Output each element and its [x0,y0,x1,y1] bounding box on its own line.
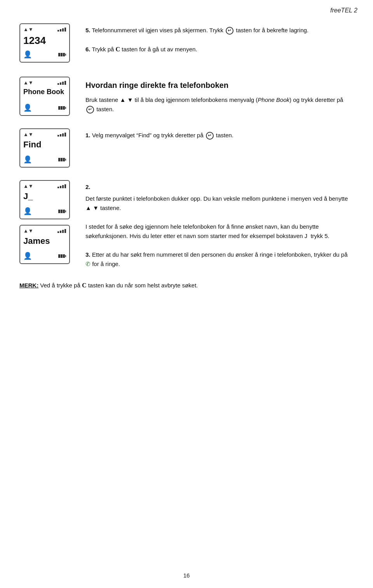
section2-text: Hvordan ringe direkte fra telefonboken B… [85,77,354,114]
battery-icon [58,53,66,56]
section-1: ▲▼ 1234 👤 5. Telefonnummeret vil igjen v [19,23,354,63]
section-find: ▲▼ Find 👤 1. Velg menyvalget “Find” og t [19,128,354,168]
person-icon: 👤 [23,50,32,59]
bell-icon-4: ▲▼ [23,183,33,189]
step2-para2: I stedet for å søke deg igjennom hele te… [85,222,354,241]
person-icon-2: 👤 [23,103,32,112]
page-number: 16 [183,572,190,579]
step3-text: 3. Etter at du har søkt frem nummeret ti… [85,250,354,269]
bell-icon-2: ▲▼ [23,80,33,86]
step5-text: 5. Telefonnummeret vil igjen vises på sk… [85,26,354,35]
battery-icon-5 [58,254,66,258]
mockup-display-text: 1234 [23,33,66,49]
ok-icon-2: ↵ [86,106,94,114]
phone-mockup-j: ▲▼ J_ 👤 [19,180,70,219]
ok-icon-3: ↵ [206,132,214,140]
section-james: ▲▼ J_ 👤 ▲▼ [19,180,354,269]
step2-para1: Det første punktet i telefonboken dukker… [85,194,354,213]
phone-stack-james: ▲▼ J_ 👤 ▲▼ [19,180,70,264]
signal-icon-5 [58,229,66,233]
ok-button-icon: ↵ [226,27,234,35]
battery-icon-4 [58,210,66,213]
signal-icon-4 [58,184,66,188]
mockup-james-text: James [23,234,66,250]
phone-mockup-find: ▲▼ Find 👤 [19,128,70,168]
merk-section: MERK: Ved å trykke på C tasten kan du nå… [19,280,354,290]
signal-icon [58,28,66,32]
person-icon-5: 👤 [23,252,32,260]
step2-label: 2. [85,182,354,192]
signal-icon-3 [58,133,66,136]
mockup-phonebook-text: Phone Book [23,86,66,102]
bell-icon-5: ▲▼ [23,228,33,234]
section2-heading: Hvordan ringe direkte fra telefonboken [85,79,354,91]
section1-text: 5. Telefonnummeret vil igjen vises på sk… [85,23,354,54]
mockup-find-text: Find [23,138,66,154]
phone-mockup-1234: ▲▼ 1234 👤 [19,23,70,63]
battery-icon-3 [58,158,66,161]
phone-mockup-james: ▲▼ James 👤 [19,225,70,264]
step6-text: 6. Trykk på C tasten for å gå ut av meny… [85,44,354,54]
bell-icon-3: ▲▼ [23,131,33,137]
mockup-j-text: J_ [23,190,66,205]
section4-text: 2. Det første punktet i telefonboken duk… [85,180,354,269]
battery-icon-2 [58,106,66,110]
bell-icon: ▲▼ [23,26,33,32]
person-icon-4: 👤 [23,207,32,215]
section2-description: Bruk tastene ▲ ▼ til å bla deg igjennom … [85,95,354,114]
page-footer: 16 [183,572,190,579]
person-icon-3: 👤 [23,155,32,164]
phone-mockup-phonebook: ▲▼ Phone Book 👤 [19,77,70,116]
section-phonebook: ▲▼ Phone Book 👤 Hvordan ringe direkte fr… [19,77,354,116]
merk-text: MERK: Ved å trykke på C tasten kan du nå… [19,280,354,290]
merk-label: MERK: [19,282,38,289]
page-header: freeTEL 2 [330,7,357,14]
step5-number: 5. [85,27,91,33]
section3-text: 1. Velg menyvalget “Find” og trykk deret… [85,128,354,140]
signal-icon-2 [58,81,66,85]
phone-call-icon: ✆ [85,261,91,267]
header-title: freeTEL 2 [330,7,357,14]
step1-text: 1. Velg menyvalget “Find” og trykk deret… [85,131,354,140]
